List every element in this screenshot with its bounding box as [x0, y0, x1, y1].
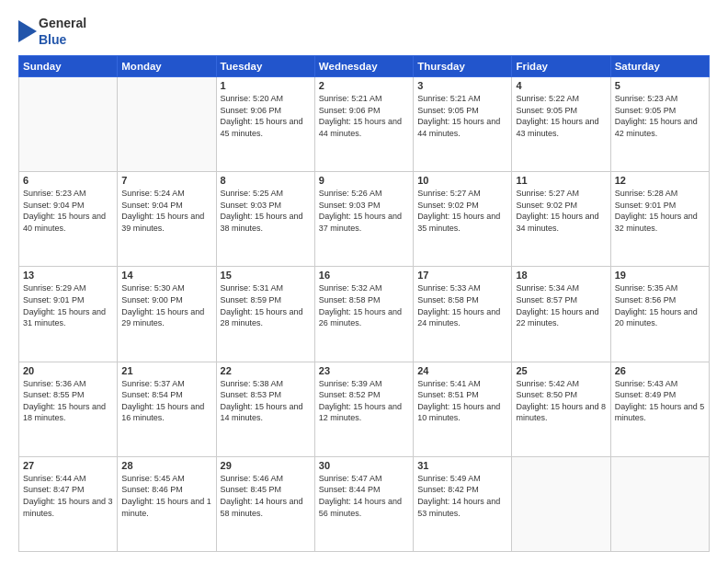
- day-cell: [118, 77, 216, 172]
- day-info: Sunrise: 5:26 AM Sunset: 9:03 PM Dayligh…: [319, 188, 409, 234]
- day-number: 20: [23, 365, 113, 376]
- svg-marker-0: [18, 20, 37, 42]
- day-cell: 30Sunrise: 5:47 AM Sunset: 8:44 PM Dayli…: [314, 456, 413, 551]
- week-row-4: 20Sunrise: 5:36 AM Sunset: 8:55 PM Dayli…: [19, 362, 710, 456]
- day-cell: [610, 456, 709, 551]
- weekday-saturday: Saturday: [610, 56, 709, 77]
- day-number: 26: [615, 365, 705, 376]
- day-info: Sunrise: 5:27 AM Sunset: 9:02 PM Dayligh…: [417, 188, 507, 234]
- week-row-5: 27Sunrise: 5:44 AM Sunset: 8:47 PM Dayli…: [19, 456, 710, 551]
- day-cell: 17Sunrise: 5:33 AM Sunset: 8:58 PM Dayli…: [414, 267, 512, 362]
- page: GeneralBlue SundayMondayTuesdayWednesday…: [0, 0, 728, 563]
- day-info: Sunrise: 5:21 AM Sunset: 9:05 PM Dayligh…: [417, 93, 507, 139]
- day-number: 23: [319, 365, 409, 376]
- day-number: 3: [417, 80, 507, 91]
- day-info: Sunrise: 5:45 AM Sunset: 8:46 PM Dayligh…: [121, 473, 211, 519]
- day-number: 10: [417, 175, 507, 186]
- weekday-thursday: Thursday: [414, 56, 512, 77]
- day-number: 25: [516, 365, 606, 376]
- day-info: Sunrise: 5:32 AM Sunset: 8:58 PM Dayligh…: [319, 282, 409, 328]
- day-cell: 14Sunrise: 5:30 AM Sunset: 9:00 PM Dayli…: [118, 267, 216, 362]
- day-info: Sunrise: 5:46 AM Sunset: 8:45 PM Dayligh…: [221, 473, 311, 519]
- day-info: Sunrise: 5:31 AM Sunset: 8:59 PM Dayligh…: [221, 282, 311, 328]
- day-number: 30: [319, 460, 409, 471]
- day-cell: 31Sunrise: 5:49 AM Sunset: 8:42 PM Dayli…: [414, 456, 512, 551]
- day-cell: 27Sunrise: 5:44 AM Sunset: 8:47 PM Dayli…: [19, 456, 118, 551]
- day-cell: 3Sunrise: 5:21 AM Sunset: 9:05 PM Daylig…: [414, 77, 512, 172]
- day-info: Sunrise: 5:23 AM Sunset: 9:04 PM Dayligh…: [23, 188, 113, 234]
- day-number: 9: [319, 175, 409, 186]
- day-cell: 26Sunrise: 5:43 AM Sunset: 8:49 PM Dayli…: [610, 362, 709, 456]
- day-info: Sunrise: 5:29 AM Sunset: 9:01 PM Dayligh…: [23, 282, 113, 328]
- day-info: Sunrise: 5:34 AM Sunset: 8:57 PM Dayligh…: [516, 282, 606, 328]
- day-number: 8: [221, 175, 311, 186]
- day-number: 13: [23, 270, 113, 281]
- day-number: 27: [23, 460, 113, 471]
- day-cell: 16Sunrise: 5:32 AM Sunset: 8:58 PM Dayli…: [314, 267, 413, 362]
- day-number: 22: [221, 365, 311, 376]
- day-cell: 20Sunrise: 5:36 AM Sunset: 8:55 PM Dayli…: [19, 362, 118, 456]
- day-info: Sunrise: 5:41 AM Sunset: 8:51 PM Dayligh…: [417, 378, 507, 424]
- day-info: Sunrise: 5:43 AM Sunset: 8:49 PM Dayligh…: [615, 378, 705, 424]
- day-cell: 15Sunrise: 5:31 AM Sunset: 8:59 PM Dayli…: [216, 267, 314, 362]
- day-cell: 12Sunrise: 5:28 AM Sunset: 9:01 PM Dayli…: [610, 172, 709, 267]
- day-number: 7: [121, 175, 211, 186]
- day-number: 14: [121, 270, 211, 281]
- day-info: Sunrise: 5:33 AM Sunset: 8:58 PM Dayligh…: [417, 282, 507, 328]
- day-info: Sunrise: 5:24 AM Sunset: 9:04 PM Dayligh…: [121, 188, 211, 234]
- day-cell: [512, 456, 610, 551]
- day-info: Sunrise: 5:28 AM Sunset: 9:01 PM Dayligh…: [615, 188, 705, 234]
- day-cell: 21Sunrise: 5:37 AM Sunset: 8:54 PM Dayli…: [118, 362, 216, 456]
- day-number: 24: [417, 365, 507, 376]
- logo-arrow-icon: [18, 20, 37, 42]
- week-row-1: 1Sunrise: 5:20 AM Sunset: 9:06 PM Daylig…: [19, 77, 710, 172]
- day-info: Sunrise: 5:37 AM Sunset: 8:54 PM Dayligh…: [121, 378, 211, 424]
- day-cell: 1Sunrise: 5:20 AM Sunset: 9:06 PM Daylig…: [216, 77, 314, 172]
- day-info: Sunrise: 5:44 AM Sunset: 8:47 PM Dayligh…: [23, 473, 113, 519]
- day-number: 11: [516, 175, 606, 186]
- logo-text: GeneralBlue: [39, 15, 86, 48]
- day-info: Sunrise: 5:42 AM Sunset: 8:50 PM Dayligh…: [516, 378, 606, 424]
- day-number: 15: [221, 270, 311, 281]
- header: GeneralBlue: [18, 15, 710, 48]
- day-cell: 4Sunrise: 5:22 AM Sunset: 9:05 PM Daylig…: [512, 77, 610, 172]
- day-number: 5: [615, 80, 705, 91]
- day-info: Sunrise: 5:36 AM Sunset: 8:55 PM Dayligh…: [23, 378, 113, 424]
- day-info: Sunrise: 5:27 AM Sunset: 9:02 PM Dayligh…: [516, 188, 606, 234]
- day-info: Sunrise: 5:23 AM Sunset: 9:05 PM Dayligh…: [615, 93, 705, 139]
- day-cell: 9Sunrise: 5:26 AM Sunset: 9:03 PM Daylig…: [314, 172, 413, 267]
- day-cell: 22Sunrise: 5:38 AM Sunset: 8:53 PM Dayli…: [216, 362, 314, 456]
- day-cell: 24Sunrise: 5:41 AM Sunset: 8:51 PM Dayli…: [414, 362, 512, 456]
- day-number: 31: [417, 460, 507, 471]
- day-info: Sunrise: 5:49 AM Sunset: 8:42 PM Dayligh…: [417, 473, 507, 519]
- day-info: Sunrise: 5:47 AM Sunset: 8:44 PM Dayligh…: [319, 473, 409, 519]
- week-row-3: 13Sunrise: 5:29 AM Sunset: 9:01 PM Dayli…: [19, 267, 710, 362]
- day-info: Sunrise: 5:21 AM Sunset: 9:06 PM Dayligh…: [319, 93, 409, 139]
- day-cell: 13Sunrise: 5:29 AM Sunset: 9:01 PM Dayli…: [19, 267, 118, 362]
- day-number: 2: [319, 80, 409, 91]
- day-cell: 28Sunrise: 5:45 AM Sunset: 8:46 PM Dayli…: [118, 456, 216, 551]
- day-info: Sunrise: 5:25 AM Sunset: 9:03 PM Dayligh…: [221, 188, 311, 234]
- day-cell: 29Sunrise: 5:46 AM Sunset: 8:45 PM Dayli…: [216, 456, 314, 551]
- weekday-friday: Friday: [512, 56, 610, 77]
- day-info: Sunrise: 5:30 AM Sunset: 9:00 PM Dayligh…: [121, 282, 211, 328]
- day-info: Sunrise: 5:20 AM Sunset: 9:06 PM Dayligh…: [221, 93, 311, 139]
- day-info: Sunrise: 5:39 AM Sunset: 8:52 PM Dayligh…: [319, 378, 409, 424]
- day-cell: 23Sunrise: 5:39 AM Sunset: 8:52 PM Dayli…: [314, 362, 413, 456]
- weekday-header-row: SundayMondayTuesdayWednesdayThursdayFrid…: [19, 56, 710, 77]
- day-number: 19: [615, 270, 705, 281]
- day-info: Sunrise: 5:38 AM Sunset: 8:53 PM Dayligh…: [221, 378, 311, 424]
- day-cell: 11Sunrise: 5:27 AM Sunset: 9:02 PM Dayli…: [512, 172, 610, 267]
- day-info: Sunrise: 5:35 AM Sunset: 8:56 PM Dayligh…: [615, 282, 705, 328]
- day-cell: 19Sunrise: 5:35 AM Sunset: 8:56 PM Dayli…: [610, 267, 709, 362]
- day-number: 12: [615, 175, 705, 186]
- day-number: 21: [121, 365, 211, 376]
- day-cell: [19, 77, 118, 172]
- weekday-wednesday: Wednesday: [314, 56, 413, 77]
- day-cell: 5Sunrise: 5:23 AM Sunset: 9:05 PM Daylig…: [610, 77, 709, 172]
- weekday-monday: Monday: [118, 56, 216, 77]
- weekday-sunday: Sunday: [19, 56, 118, 77]
- day-number: 29: [221, 460, 311, 471]
- day-number: 1: [221, 80, 311, 91]
- weekday-tuesday: Tuesday: [216, 56, 314, 77]
